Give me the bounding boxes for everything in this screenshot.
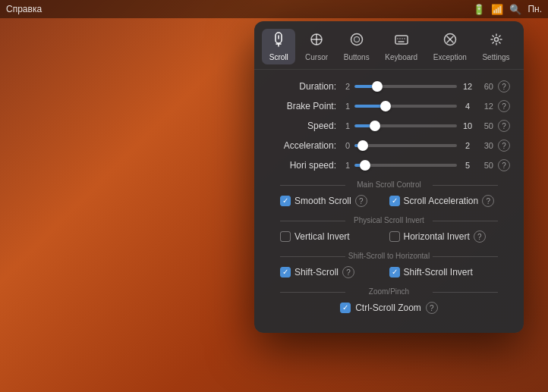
zoom-pinch-title: Zoom/Pinch [280,287,498,296]
shift-scroll-invert-check-icon: ✓ [392,268,398,276]
duration-label: Duration: [268,81,336,92]
acceleration-value: 2 [461,141,474,150]
shift-scroll-title: Shift-Scroll to Horizontal [280,252,498,260]
ctrl-scroll-zoom-help[interactable]: ? [426,302,438,314]
speed-help[interactable]: ? [498,120,510,132]
smooth-scroll-label: Smooth Scroll [294,196,351,206]
horispeed-max: 50 [478,161,493,170]
smooth-scroll-col: ✓ Smooth Scroll ? [280,195,389,207]
shift-scroll-invert-label: Shift-Scroll Invert [404,267,473,278]
duration-row: Duration: 2 12 60 ? [268,80,510,93]
exception-tab-label: Exception [433,53,467,61]
day-label: Пн. [528,4,542,14]
keyboard-tab-icon [394,32,409,51]
speed-slider[interactable] [354,121,457,131]
wifi-icon: 📶 [491,4,503,15]
cursor-tab-icon [309,32,324,51]
acceleration-row: Acceleration: 0 2 30 ? [268,140,510,152]
menubar-right: 🔋 📶 🔍 Пн. [473,4,542,15]
keyboard-tab-label: Keyboard [385,53,417,61]
duration-min: 2 [341,82,350,91]
vertical-invert-checkbox[interactable] [280,231,291,242]
brakepoint-min: 1 [341,102,350,111]
scroll-tab-icon [271,32,286,51]
duration-slider[interactable] [354,81,457,92]
scroll-acceleration-check-icon: ✓ [392,197,398,205]
duration-value: 12 [461,82,474,91]
scroll-acceleration-help[interactable]: ? [482,195,494,207]
physical-scroll-checkboxes: Vertical Invert Horizontal Invert ? [280,230,498,243]
acceleration-label: Acceleration: [268,140,336,151]
horispeed-label: Hori speed: [268,160,336,171]
brakepoint-help[interactable]: ? [498,100,510,112]
tab-keyboard[interactable]: Keyboard [379,29,424,64]
ctrl-scroll-zoom-row: ✓ Ctrl-Scroll Zoom ? [280,302,498,314]
horispeed-row: Hori speed: 1 5 50 ? [268,159,510,171]
battery-icon: 🔋 [473,4,485,15]
vertical-invert-col: Vertical Invert [280,231,389,242]
svg-point-8 [354,37,359,42]
svg-point-19 [494,38,498,42]
horispeed-value: 5 [461,161,474,170]
ctrl-scroll-zoom-label: Ctrl-Scroll Zoom [355,303,421,313]
settings-panel: Scroll Cursor Buttons [254,21,524,333]
physical-scroll-invert-section: Physical Scroll Invert Vertical Invert H… [268,216,510,243]
exception-tab-icon [442,32,458,51]
ctrl-scroll-zoom-check-icon: ✓ [342,304,348,312]
speed-value: 10 [461,121,474,130]
buttons-tab-icon [349,32,364,51]
cursor-tab-label: Cursor [305,53,328,61]
scroll-acceleration-label: Scroll Acceleration [404,196,479,206]
shift-scroll-help[interactable]: ? [342,266,354,278]
scroll-acceleration-col: ✓ Scroll Acceleration ? [389,195,499,207]
speed-max: 50 [478,121,493,130]
tab-scroll[interactable]: Scroll [262,29,295,64]
acceleration-min: 0 [341,141,350,150]
shift-scroll-label: Shift-Scroll [294,267,339,278]
ctrl-scroll-zoom-checkbox[interactable]: ✓ [340,303,351,313]
main-scroll-checkboxes: ✓ Smooth Scroll ? ✓ Scroll Acceleration … [280,195,498,207]
smooth-scroll-help[interactable]: ? [355,195,367,207]
menu-справка[interactable]: Справка [6,4,42,14]
brakepoint-row: Brake Point: 1 4 12 ? [268,100,510,112]
acceleration-slider[interactable] [354,140,457,151]
menubar-left: Справка [6,4,42,14]
tab-settings[interactable]: Settings [476,29,515,64]
menubar: Справка 🔋 📶 🔍 Пн. [0,0,548,18]
brakepoint-value: 4 [461,102,474,111]
vertical-invert-label: Vertical Invert [294,231,350,242]
speed-label: Speed: [268,121,336,131]
brakepoint-label: Brake Point: [268,101,336,111]
brakepoint-slider[interactable] [354,101,457,111]
acceleration-max: 30 [478,141,493,150]
horispeed-min: 1 [341,161,350,170]
shift-scroll-invert-col: ✓ Shift-Scroll Invert [389,267,499,278]
main-scroll-control-title: Main Scroll Control [280,180,498,189]
tab-cursor[interactable]: Cursor [299,29,334,64]
shift-scroll-invert-checkbox[interactable]: ✓ [389,267,400,278]
acceleration-help[interactable]: ? [498,140,510,152]
main-scroll-control-section: Main Scroll Control ✓ Smooth Scroll ? ✓ … [268,180,510,207]
scroll-acceleration-checkbox[interactable]: ✓ [389,196,400,206]
tab-bar: Scroll Cursor Buttons [254,21,524,70]
shift-scroll-section: Shift-Scroll to Horizontal ✓ Shift-Scrol… [268,252,510,278]
tab-buttons[interactable]: Buttons [338,29,376,64]
shift-scroll-check-icon: ✓ [282,268,288,276]
horispeed-slider[interactable] [354,160,457,171]
search-icon[interactable]: 🔍 [509,4,521,15]
horizontal-invert-checkbox[interactable] [389,231,400,242]
horizontal-invert-help[interactable]: ? [474,230,486,243]
sliders-content: Duration: 2 12 60 ? Brake Point: 1 4 [254,70,524,314]
speed-min: 1 [341,121,350,130]
smooth-scroll-checkbox[interactable]: ✓ [280,196,291,206]
horispeed-help[interactable]: ? [498,159,510,171]
shift-scroll-checkbox[interactable]: ✓ [280,267,291,278]
buttons-tab-label: Buttons [344,53,370,61]
smooth-scroll-check-icon: ✓ [282,197,288,205]
tab-exception[interactable]: Exception [427,29,473,64]
duration-help[interactable]: ? [498,80,510,93]
zoom-pinch-section: Zoom/Pinch ✓ Ctrl-Scroll Zoom ? [268,287,510,314]
settings-tab-label: Settings [482,53,509,61]
physical-scroll-invert-title: Physical Scroll Invert [280,216,498,224]
scroll-tab-label: Scroll [269,53,288,61]
